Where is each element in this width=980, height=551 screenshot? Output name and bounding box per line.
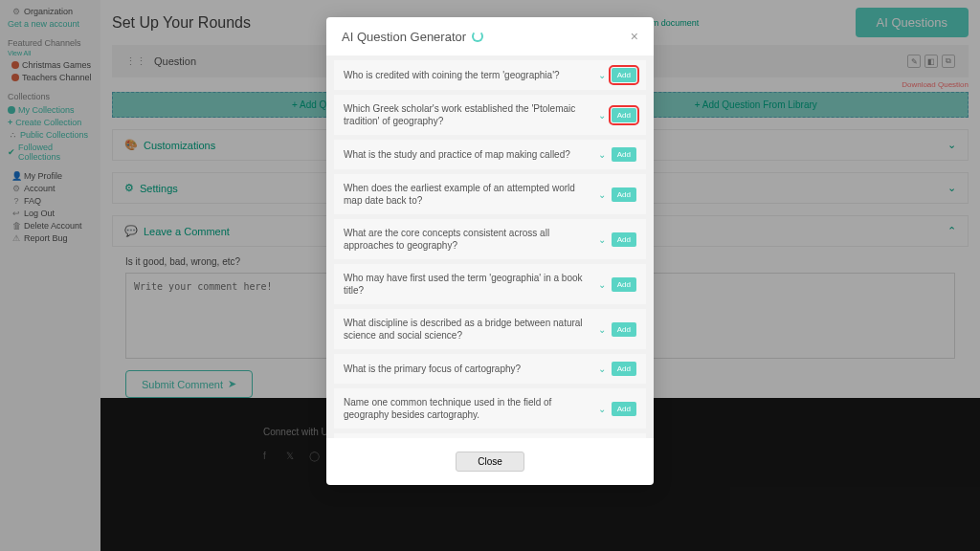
question-text: Which Greek scholar's work established t… bbox=[344, 102, 592, 127]
add-button[interactable]: Add bbox=[612, 277, 636, 292]
add-button[interactable]: Add bbox=[612, 68, 636, 82]
chevron-down-icon[interactable]: ⌄ bbox=[598, 364, 606, 374]
question-text: What is the study and practice of map ma… bbox=[344, 148, 592, 161]
chevron-down-icon[interactable]: ⌄ bbox=[598, 149, 606, 160]
question-row: Name one common technique used in the fi… bbox=[334, 388, 646, 429]
add-button[interactable]: Add bbox=[612, 322, 636, 337]
close-icon[interactable]: × bbox=[631, 29, 638, 44]
ai-question-modal: AI Question Generator × Who is credited … bbox=[326, 17, 654, 485]
question-row: Who may have first used the term 'geogra… bbox=[334, 264, 646, 304]
question-row: What discipline is described as a bridge… bbox=[334, 309, 646, 349]
question-row: What is the primary focus of cartography… bbox=[334, 354, 646, 384]
chevron-down-icon[interactable]: ⌄ bbox=[598, 189, 606, 200]
add-button[interactable]: Add bbox=[612, 147, 636, 162]
question-text: What is the primary focus of cartography… bbox=[344, 363, 592, 375]
chevron-down-icon[interactable]: ⌄ bbox=[598, 110, 606, 121]
question-text: Who may have first used the term 'geogra… bbox=[344, 272, 592, 297]
spinner-icon bbox=[472, 31, 483, 42]
modal-title: AI Question Generator bbox=[342, 30, 466, 44]
chevron-down-icon[interactable]: ⌄ bbox=[598, 279, 606, 290]
modal-overlay: AI Question Generator × Who is credited … bbox=[0, 0, 980, 551]
question-row: Which Greek scholar's work established t… bbox=[334, 95, 646, 135]
question-text: Who is credited with coining the term 'g… bbox=[344, 69, 592, 81]
chevron-down-icon[interactable]: ⌄ bbox=[598, 234, 606, 245]
chevron-down-icon[interactable]: ⌄ bbox=[598, 404, 606, 414]
question-row: Who is credited with coining the term 'g… bbox=[334, 60, 646, 90]
add-button[interactable]: Add bbox=[612, 362, 636, 376]
question-row: What is the study and practice of map ma… bbox=[334, 140, 646, 169]
question-text: When does the earliest example of an att… bbox=[344, 182, 592, 207]
add-button[interactable]: Add bbox=[612, 402, 636, 416]
question-text: Name one common technique used in the fi… bbox=[344, 396, 592, 421]
question-row: What are the core concepts consistent ac… bbox=[334, 219, 646, 259]
chevron-down-icon[interactable]: ⌄ bbox=[598, 70, 606, 80]
close-button[interactable]: Close bbox=[456, 452, 524, 472]
add-button[interactable]: Add bbox=[612, 232, 636, 247]
question-text: What are the core concepts consistent ac… bbox=[344, 227, 592, 252]
chevron-down-icon[interactable]: ⌄ bbox=[598, 324, 606, 335]
question-row: When does the earliest example of an att… bbox=[334, 174, 646, 214]
question-text: What discipline is described as a bridge… bbox=[344, 317, 592, 342]
add-button[interactable]: Add bbox=[612, 187, 636, 202]
add-button[interactable]: Add bbox=[612, 108, 636, 122]
